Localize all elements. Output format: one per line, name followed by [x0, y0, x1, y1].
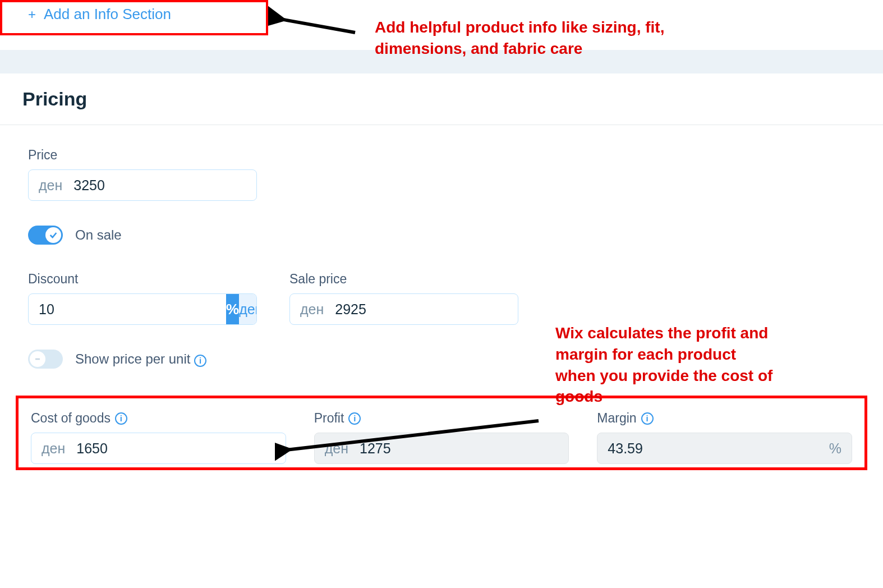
info-icon[interactable]: i — [115, 412, 127, 425]
toggle-knob — [45, 227, 61, 243]
discount-currency-button[interactable]: ден — [239, 294, 257, 324]
discount-input-group: % ден — [28, 293, 257, 325]
currency-prefix: ден — [42, 440, 65, 457]
annotation-arrow-top — [268, 6, 369, 45]
cost-of-goods-input[interactable]: ден 1650 — [31, 433, 286, 464]
add-info-section-link[interactable]: + Add an Info Section — [28, 6, 250, 23]
margin-label: Margin i — [597, 411, 852, 426]
margin-display: 43.59 % — [597, 433, 852, 464]
svg-line-0 — [280, 19, 355, 33]
info-icon[interactable]: i — [194, 355, 206, 367]
discount-percent-button[interactable]: % — [226, 294, 239, 324]
add-info-highlight-box: + Add an Info Section — [0, 0, 268, 35]
svg-line-2 — [286, 421, 539, 450]
minus-icon — [33, 355, 42, 364]
discount-input[interactable] — [29, 294, 226, 324]
add-info-section-label: Add an Info Section — [44, 6, 171, 23]
show-ppu-label: Show price per unit i — [75, 351, 206, 367]
toggle-knob — [30, 351, 45, 367]
show-price-per-unit-toggle[interactable] — [28, 350, 63, 369]
currency-prefix: ден — [39, 177, 62, 194]
annotation-arrow-right — [275, 410, 550, 466]
annotation-text-right: Wix calculates the profit and margin for… — [555, 323, 780, 407]
on-sale-label: On sale — [75, 227, 122, 243]
sale-price-value: 2925 — [335, 301, 508, 318]
info-icon[interactable]: i — [641, 412, 654, 425]
on-sale-toggle[interactable] — [28, 226, 63, 245]
pricing-header: Pricing — [0, 74, 883, 125]
price-label: Price — [28, 148, 855, 163]
currency-prefix: ден — [300, 301, 324, 318]
cost-of-goods-label: Cost of goods i — [31, 411, 286, 426]
price-value: 3250 — [73, 177, 246, 194]
margin-value: 43.59 — [608, 440, 822, 457]
percent-suffix: % — [829, 440, 841, 457]
discount-label: Discount — [28, 272, 257, 287]
cost-of-goods-value: 1650 — [76, 440, 275, 457]
sale-price-input[interactable]: ден 2925 — [289, 293, 518, 325]
plus-icon: + — [28, 7, 36, 22]
pricing-title: Pricing — [22, 88, 861, 110]
annotation-text-top: Add helpful product info like sizing, fi… — [375, 17, 734, 59]
price-input[interactable]: ден 3250 — [28, 169, 257, 201]
check-icon — [49, 231, 58, 240]
sale-price-label: Sale price — [289, 272, 518, 287]
